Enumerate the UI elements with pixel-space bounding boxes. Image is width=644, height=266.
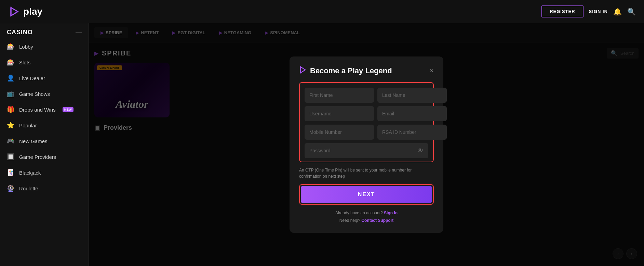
sidebar-item-drops-wins[interactable]: 🎁 Drops and Wins NEW bbox=[0, 102, 89, 117]
sidebar: CASINO — 🎰 Lobby 🎰 Slots 👤 Live Dealer 📺… bbox=[0, 23, 89, 266]
blackjack-icon: 🃏 bbox=[7, 169, 14, 176]
drops-wins-icon: 🎁 bbox=[7, 106, 14, 113]
password-wrapper: 👁 bbox=[305, 143, 428, 158]
registration-form: 👁 bbox=[299, 82, 434, 162]
name-row bbox=[305, 88, 428, 103]
registration-modal: Become a Play Legend × bbox=[290, 56, 443, 232]
modal-overlay[interactable]: Become a Play Legend × bbox=[89, 23, 644, 266]
main-layout: CASINO — 🎰 Lobby 🎰 Slots 👤 Live Dealer 📺… bbox=[0, 23, 644, 266]
sidebar-item-label-game-providers: Game Providers bbox=[19, 154, 56, 160]
sidebar-item-label-drops-wins: Drops and Wins bbox=[19, 107, 56, 113]
slots-icon: 🎰 bbox=[7, 59, 14, 66]
logo-text: play bbox=[23, 6, 42, 17]
modal-title-row: Become a Play Legend bbox=[299, 66, 392, 75]
rsa-id-input[interactable] bbox=[377, 125, 447, 140]
sidebar-item-label-game-shows: Game Shows bbox=[19, 91, 50, 97]
sidebar-item-label-popular: Popular bbox=[19, 123, 37, 128]
password-input[interactable] bbox=[305, 143, 428, 158]
sidebar-item-game-providers[interactable]: 🔲 Game Providers bbox=[0, 149, 89, 165]
help-prompt-text: Need help? bbox=[339, 218, 360, 223]
sidebar-item-live-dealer[interactable]: 👤 Live Dealer bbox=[0, 70, 89, 86]
username-input[interactable] bbox=[305, 106, 374, 121]
notifications-button[interactable]: 🔔 bbox=[613, 8, 622, 16]
mobile-input[interactable] bbox=[305, 125, 374, 140]
sidebar-item-label-roulette: Roulette bbox=[19, 186, 38, 191]
logo-icon bbox=[8, 5, 21, 18]
modal-logo-icon bbox=[299, 66, 307, 75]
top-nav: play REGISTER SIGN IN 🔔 🔍 bbox=[0, 0, 644, 23]
sidebar-item-label-new-games: New Games bbox=[19, 138, 48, 144]
search-button[interactable]: 🔍 bbox=[627, 8, 636, 16]
sidebar-collapse-icon[interactable]: — bbox=[76, 29, 82, 36]
sidebar-section-header: CASINO — bbox=[0, 23, 89, 39]
sidebar-item-lobby[interactable]: 🎰 Lobby bbox=[0, 39, 89, 54]
popular-icon: ⭐ bbox=[7, 122, 14, 129]
signin-link[interactable]: Sign In bbox=[384, 211, 398, 215]
mobile-id-row bbox=[305, 125, 428, 140]
modal-header: Become a Play Legend × bbox=[299, 66, 434, 75]
svg-marker-0 bbox=[11, 8, 18, 16]
otp-note: An OTP (One Time Pin) will be sent to yo… bbox=[299, 167, 434, 179]
signin-button[interactable]: SIGN IN bbox=[589, 9, 608, 14]
next-btn-outline: NEXT bbox=[299, 184, 434, 205]
game-shows-icon: 📺 bbox=[7, 90, 14, 98]
sidebar-item-label-slots: Slots bbox=[19, 60, 30, 65]
live-dealer-icon: 👤 bbox=[7, 74, 14, 82]
content-area: ▶ SPRIBE ▶ NETENT ▶ EGT DIGITAL ▶ NETGAM… bbox=[89, 23, 644, 266]
roulette-icon: 🎡 bbox=[7, 185, 14, 192]
user-email-row bbox=[305, 106, 428, 121]
modal-title: Become a Play Legend bbox=[310, 66, 392, 75]
register-button[interactable]: REGISTER bbox=[541, 5, 583, 17]
modal-footer: Already have an account? Sign In Need he… bbox=[299, 210, 434, 224]
sidebar-item-popular[interactable]: ⭐ Popular bbox=[0, 117, 89, 133]
sidebar-section-title: CASINO bbox=[7, 29, 33, 36]
sidebar-item-label-blackjack: Blackjack bbox=[19, 170, 41, 176]
last-name-input[interactable] bbox=[377, 88, 447, 103]
help-prompt-row: Need help? Contact Support bbox=[299, 217, 434, 225]
topnav-right: REGISTER SIGN IN 🔔 🔍 bbox=[541, 5, 636, 17]
first-name-input[interactable] bbox=[305, 88, 374, 103]
sidebar-item-slots[interactable]: 🎰 Slots bbox=[0, 54, 89, 70]
svg-marker-2 bbox=[300, 67, 305, 73]
signin-prompt-row: Already have an account? Sign In bbox=[299, 210, 434, 217]
new-games-icon: 🎮 bbox=[7, 137, 14, 145]
contact-support-link[interactable]: Contact Support bbox=[361, 218, 393, 223]
modal-close-button[interactable]: × bbox=[430, 67, 434, 75]
logo[interactable]: play bbox=[8, 5, 42, 18]
signin-prompt-text: Already have an account? bbox=[335, 211, 383, 215]
sidebar-item-label-lobby: Lobby bbox=[19, 44, 33, 50]
next-button[interactable]: NEXT bbox=[301, 186, 432, 203]
sidebar-item-new-games[interactable]: 🎮 New Games bbox=[0, 133, 89, 149]
sidebar-item-roulette[interactable]: 🎡 Roulette bbox=[0, 180, 89, 196]
sidebar-item-label-live-dealer: Live Dealer bbox=[19, 75, 45, 81]
email-input[interactable] bbox=[377, 106, 447, 121]
sidebar-item-game-shows[interactable]: 📺 Game Shows bbox=[0, 86, 89, 102]
sidebar-item-blackjack[interactable]: 🃏 Blackjack bbox=[0, 165, 89, 180]
lobby-icon: 🎰 bbox=[7, 43, 14, 50]
password-row: 👁 bbox=[305, 143, 428, 158]
new-badge: NEW bbox=[63, 107, 74, 112]
eye-icon[interactable]: 👁 bbox=[417, 147, 424, 154]
game-providers-icon: 🔲 bbox=[7, 153, 14, 161]
